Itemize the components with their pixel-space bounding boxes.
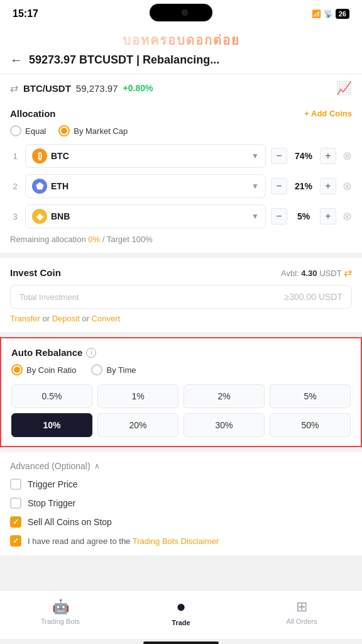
pct-btn-5[interactable]: 20% xyxy=(97,413,178,437)
eth-icon: ⬟ xyxy=(32,179,47,194)
invest-coin-card: Invest Coin Avbl: 4.30 USDT ⇄ Total Inve… xyxy=(0,258,362,332)
back-button[interactable]: ← xyxy=(10,53,23,67)
allocation-type-row: Equal By Market Cap xyxy=(10,125,352,136)
add-coins-button[interactable]: + Add Coins xyxy=(304,109,352,118)
camera-notch xyxy=(150,4,212,21)
rebalance-by-coin-ratio[interactable]: By Coin Ratio xyxy=(11,364,76,375)
battery-indicator: 26 xyxy=(336,9,349,19)
convert-link[interactable]: Convert xyxy=(92,314,121,323)
coin-num-1: 1 xyxy=(10,152,20,161)
coin-ratio-label: By Coin Ratio xyxy=(26,365,76,375)
pair-change: +0.80% xyxy=(123,83,153,93)
pct-btn-6[interactable]: 30% xyxy=(184,413,265,437)
bnb-icon: ◆ xyxy=(32,209,47,224)
rebalance-info-icon[interactable]: i xyxy=(86,348,96,358)
transfer-row: Transfer or Deposit or Convert xyxy=(10,314,352,323)
eth-remove-button[interactable]: ⊗ xyxy=(343,179,352,193)
eth-name: ETH xyxy=(51,181,248,191)
radio-inner-dot xyxy=(61,128,67,134)
camera-dot xyxy=(182,9,188,16)
status-bar: 15:17 📶 📡 26 xyxy=(0,0,362,25)
pct-btn-1[interactable]: 1% xyxy=(97,384,178,408)
bnb-pct: 5% xyxy=(292,211,315,221)
btc-icon: ₿ xyxy=(32,148,47,164)
add-coins-label: + Add Coins xyxy=(304,109,352,118)
nav-trading-bots-label: Trading Bots xyxy=(41,618,80,625)
equal-label: Equal xyxy=(25,126,46,136)
pair-name: BTC/USDT xyxy=(23,83,71,94)
or-label-2: or xyxy=(82,314,91,323)
advanced-header[interactable]: Advanced (Optional) ∧ xyxy=(10,461,352,471)
main-content: Allocation + Add Coins Equal By Market C… xyxy=(0,99,362,590)
bnb-minus-button[interactable]: − xyxy=(271,208,287,225)
total-value: ≥300.00 USDT xyxy=(284,292,343,302)
stop-trigger-label: Stop Trigger xyxy=(28,498,75,508)
trigger-price-checkbox[interactable] xyxy=(10,479,21,490)
header: บอทครอบดอกต่อย ← 59273.97 BTCUSDT | Reba… xyxy=(0,25,362,74)
allocation-type-equal[interactable]: Equal xyxy=(10,125,46,136)
coin-select-eth[interactable]: ⬟ ETH ▼ xyxy=(25,174,266,198)
chart-icon[interactable]: 📈 xyxy=(336,80,352,96)
stop-trigger-checkbox[interactable] xyxy=(10,497,21,509)
pct-btn-0[interactable]: 0.5% xyxy=(11,384,92,408)
coin-select-btc[interactable]: ₿ BTC ▼ xyxy=(25,144,266,168)
bottom-nav: 🤖 Trading Bots ● Trade ⊞ All Orders xyxy=(0,590,362,639)
swap-icon: ⇄ xyxy=(10,82,18,94)
pct-btn-7[interactable]: 50% xyxy=(270,413,351,437)
btc-pct: 74% xyxy=(292,151,315,161)
advanced-title: Advanced (Optional) xyxy=(10,461,90,471)
sell-all-coins-label: Sell All Coins on Stop xyxy=(28,517,112,527)
disclaimer-link[interactable]: Trading Bots Disclaimer xyxy=(133,536,219,546)
pct-btn-3[interactable]: 5% xyxy=(270,384,351,408)
coin-num-2: 2 xyxy=(10,182,20,191)
total-investment-box: Total Investment ≥300.00 USDT xyxy=(10,285,352,309)
disclaimer-row: I have read and agree to the Trading Bot… xyxy=(10,535,352,547)
target-label: / Target xyxy=(102,235,129,244)
by-time-label: By Time xyxy=(106,365,136,375)
rebalance-type-row: By Coin Ratio By Time xyxy=(11,364,351,375)
coin-select-bnb[interactable]: ◆ BNB ▼ xyxy=(25,204,266,228)
bnb-plus-button[interactable]: + xyxy=(320,208,336,225)
transfer-link[interactable]: Transfer xyxy=(10,314,40,323)
deposit-link[interactable]: Deposit xyxy=(52,314,80,323)
allocation-title: Allocation xyxy=(10,108,56,119)
eth-plus-button[interactable]: + xyxy=(320,178,336,194)
nav-trading-bots[interactable]: 🤖 Trading Bots xyxy=(35,599,85,625)
btc-minus-button[interactable]: − xyxy=(271,148,287,164)
btc-plus-button[interactable]: + xyxy=(320,148,336,164)
pct-btn-2[interactable]: 2% xyxy=(184,384,265,408)
rebalance-by-time[interactable]: By Time xyxy=(91,364,136,375)
nav-trade[interactable]: ● Trade xyxy=(156,597,206,626)
avbl-swap-icon[interactable]: ⇄ xyxy=(344,267,352,278)
status-time: 15:17 xyxy=(13,8,38,19)
target-pct: 100% xyxy=(131,235,152,244)
eth-minus-button[interactable]: − xyxy=(271,178,287,194)
marketcap-radio[interactable] xyxy=(58,125,70,136)
equal-radio[interactable] xyxy=(10,125,21,136)
wifi-icon: 📡 xyxy=(324,9,333,18)
trigger-price-row: Trigger Price xyxy=(10,479,352,490)
nav-all-orders[interactable]: ⊞ All Orders xyxy=(277,599,327,625)
advanced-chevron-icon: ∧ xyxy=(94,462,100,470)
by-time-radio[interactable] xyxy=(91,364,102,375)
pair-row: ⇄ BTC/USDT 59,273.97 +0.80% 📈 xyxy=(0,74,362,99)
sell-all-coins-checkbox[interactable] xyxy=(10,516,21,528)
alloc-controls-bnb: − 5% + xyxy=(271,208,336,225)
disclaimer-checkbox[interactable] xyxy=(10,535,21,547)
btc-remove-button[interactable]: ⊗ xyxy=(343,149,352,163)
avbl-info: Avbl: 4.30 USDT ⇄ xyxy=(281,267,352,279)
or-label-1: or xyxy=(43,314,52,323)
coin-ratio-radio[interactable] xyxy=(11,364,23,375)
avbl-label: Avbl: xyxy=(281,269,299,278)
invest-title: Invest Coin xyxy=(10,267,61,278)
rebalance-title: Auto Rebalance xyxy=(11,347,82,358)
pct-btn-4[interactable]: 10% xyxy=(11,413,92,437)
allocation-card: Allocation + Add Coins Equal By Market C… xyxy=(0,99,362,253)
allocation-type-marketcap[interactable]: By Market Cap xyxy=(58,125,128,136)
bnb-remove-button[interactable]: ⊗ xyxy=(343,209,352,223)
sell-all-coins-row: Sell All Coins on Stop xyxy=(10,516,352,528)
nav-all-orders-label: All Orders xyxy=(287,618,317,625)
remaining-pct: 0% xyxy=(88,235,100,244)
eth-pct: 21% xyxy=(292,181,315,191)
advanced-card: Advanced (Optional) ∧ Trigger Price Stop… xyxy=(0,452,362,555)
